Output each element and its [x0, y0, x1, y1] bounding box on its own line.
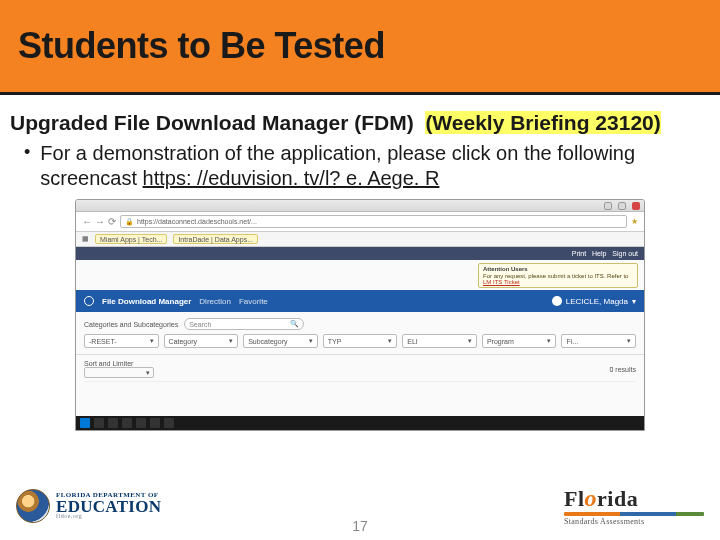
chevron-down-icon: ▾: [309, 337, 313, 345]
title-bar: Students to Be Tested: [0, 0, 720, 95]
filter-dropdown: TYP▾: [323, 334, 398, 348]
filter-dropdown: Subcategory▾: [243, 334, 318, 348]
fsa-main-a: Fl: [564, 486, 585, 511]
notice-title: Attention Users: [483, 266, 633, 272]
fdoe-logo: FLORIDA DEPARTMENT OF EDUCATION fldoe.or…: [16, 489, 161, 523]
fsa-logo: Florida Standards Assessments: [564, 487, 704, 525]
chevron-down-icon: ▾: [146, 369, 150, 377]
taskbar-app-icon: [164, 418, 174, 428]
taskbar-app-icon: [108, 418, 118, 428]
chevron-down-icon: ▾: [627, 337, 631, 345]
results-list: Sort and Limiter ▾ 0 results: [76, 355, 644, 396]
fsa-subtitle: Standards Assessments: [564, 518, 704, 526]
app-header: File Download Manager Direction Favorite…: [76, 290, 644, 312]
taskbar-app-icon: [150, 418, 160, 428]
chevron-down-icon: ▾: [150, 337, 154, 345]
list-item: [84, 381, 636, 391]
taskbar-app-icon: [94, 418, 104, 428]
menu-link: Print: [572, 250, 586, 257]
slide-title: Students to Be Tested: [18, 25, 385, 67]
filters-label: Categories and Subcategories: [84, 321, 178, 328]
menu-link: Help: [592, 250, 606, 257]
windows-taskbar: [76, 416, 644, 430]
fdoe-seal-icon: [16, 489, 50, 523]
taskbar-app-icon: [136, 418, 146, 428]
notice-box: Attention Users For any request, please …: [478, 263, 638, 288]
filter-dropdowns: -RESET-▾ Category▾ Subcategory▾ TYP▾ ELI…: [84, 334, 636, 348]
nav-tab: Direction: [199, 297, 231, 306]
chevron-down-icon: ▾: [229, 337, 233, 345]
embedded-browser-screenshot: ← → ⟳ 🔒 https://dataconnect.dadeschools.…: [75, 199, 645, 431]
search-input: Search 🔍: [184, 318, 304, 330]
fsa-main-b: o: [585, 485, 598, 511]
search-icon: 🔍: [290, 320, 299, 328]
chevron-down-icon: ▾: [547, 337, 551, 345]
filter-dropdown: Fi...▾: [561, 334, 636, 348]
apps-icon: ▦: [82, 235, 89, 243]
filters-panel: Categories and Subcategories Search 🔍 -R…: [76, 312, 644, 355]
bullet-item: • For a demonstration of the application…: [10, 141, 710, 191]
bookmark-item: IntraDade | Data Apps...: [173, 234, 258, 244]
notice-ticket-link: LM ITS Ticket: [483, 279, 520, 285]
bullet-dot-icon: •: [24, 141, 30, 191]
filter-dropdown: Program▾: [482, 334, 557, 348]
back-icon: ←: [82, 216, 92, 227]
avatar-icon: [552, 296, 562, 306]
nav-tab: Favorite: [239, 297, 268, 306]
results-count: 0 results: [610, 366, 636, 373]
browser-toolbar: ← → ⟳ 🔒 https://dataconnect.dadeschools.…: [76, 212, 644, 232]
fsa-main-c: rida: [597, 486, 638, 511]
subheading: Upgraded File Download Manager (FDM) (We…: [10, 111, 710, 135]
fsa-stripe-icon: [564, 512, 704, 516]
star-icon: ★: [631, 217, 638, 226]
maximize-icon: [618, 202, 626, 210]
sort-label: Sort and Limiter: [84, 360, 133, 367]
subheading-main: Upgraded File Download Manager (FDM): [10, 111, 414, 134]
filter-dropdown: Category▾: [164, 334, 239, 348]
close-icon: [632, 202, 640, 210]
filter-dropdown: ELI▾: [402, 334, 477, 348]
screencast-link[interactable]: https: //eduvision. tv/l? e. Aege. R: [143, 167, 440, 189]
address-bar: 🔒 https://dataconnect.dadeschools.net/..…: [120, 215, 627, 228]
footer: FLORIDA DEPARTMENT OF EDUCATION fldoe.or…: [0, 480, 720, 540]
forward-icon: →: [95, 216, 105, 227]
window-titlebar: [76, 200, 644, 212]
minimize-icon: [604, 202, 612, 210]
user-name: LECICLE, Magda: [566, 297, 628, 306]
start-icon: [80, 418, 90, 428]
menu-link: Sign out: [612, 250, 638, 257]
content-area: Upgraded File Download Manager (FDM) (We…: [0, 95, 720, 431]
chevron-down-icon: ▾: [388, 337, 392, 345]
portal-topbar: Print Help Sign out: [76, 247, 644, 260]
taskbar-app-icon: [122, 418, 132, 428]
app-logo-icon: [84, 296, 94, 306]
app-title: File Download Manager: [102, 297, 191, 306]
fdoe-line2: EDUCATION: [56, 499, 161, 515]
bookmarks-bar: ▦ Miami Apps | Tech... IntraDade | Data …: [76, 232, 644, 247]
filter-dropdown: -RESET-▾: [84, 334, 159, 348]
lock-icon: 🔒: [125, 218, 134, 226]
url-text: https://dataconnect.dadeschools.net/...: [137, 218, 257, 225]
page-number: 17: [352, 518, 368, 534]
chevron-down-icon: ▾: [468, 337, 472, 345]
notice-row: Attention Users For any request, please …: [76, 260, 644, 291]
chevron-down-icon: ▾: [632, 297, 636, 306]
reload-icon: ⟳: [108, 216, 116, 227]
bookmark-item: Miami Apps | Tech...: [95, 234, 167, 244]
subheading-highlight: (Weekly Briefing 23120): [425, 111, 660, 134]
sort-dropdown: ▾: [84, 367, 154, 378]
